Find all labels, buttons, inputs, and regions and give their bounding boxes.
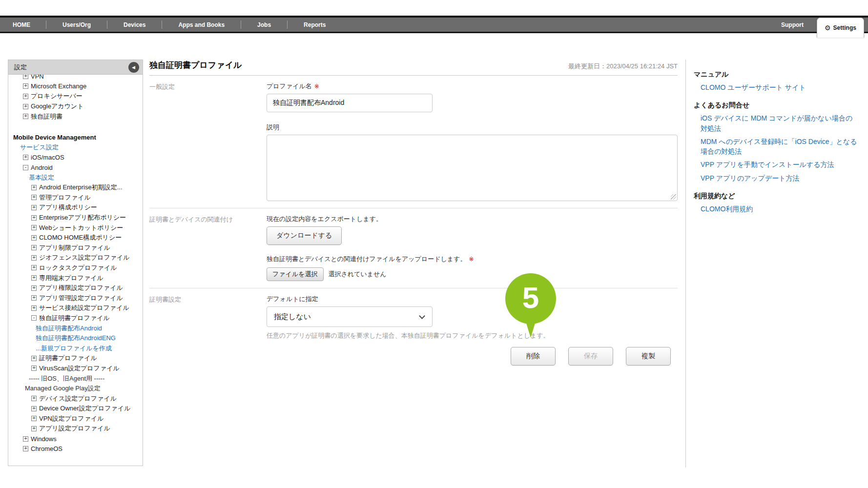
tree-item[interactable]: +アプリ設定プロファイル [8, 424, 143, 434]
minus-box-icon[interactable]: - [31, 315, 37, 321]
tree-item[interactable]: +iOS/macOS [8, 152, 143, 163]
plus-box-icon[interactable]: + [23, 155, 28, 160]
profile-name-label-row: プロファイル名※ [267, 82, 678, 91]
tree-item[interactable]: +アプリ構成ポリシー [8, 203, 143, 213]
tree-item-label: Windows [31, 435, 57, 443]
nav-item-users-org[interactable]: Users/Org [46, 21, 107, 28]
plus-box-icon[interactable]: + [31, 215, 37, 221]
help-link[interactable]: CLOMO利用規約 [694, 204, 859, 214]
plus-box-icon[interactable]: + [31, 305, 37, 311]
upload-text-row: 独自証明書とデバイスとの関連付けファイルをアップロードします。※ [267, 255, 678, 264]
tree-item[interactable]: +証明書プロファイル [8, 353, 143, 364]
default-select[interactable]: 指定しない [267, 306, 433, 327]
tree-item[interactable]: +サービス接続設定プロファイル [8, 303, 143, 313]
plus-box-icon[interactable]: + [23, 94, 28, 99]
tree-item-label: Android [31, 164, 53, 171]
section-label-cert-settings: 証明書設定 [149, 288, 267, 372]
tree-item[interactable]: +Windows [8, 434, 143, 444]
resize-grip[interactable] [671, 194, 676, 200]
nav-item-devices[interactable]: Devices [107, 21, 162, 28]
plus-box-icon[interactable]: + [23, 104, 28, 109]
tree-item[interactable]: +プロキシサーバー [8, 91, 143, 102]
help-link[interactable]: MDM へのデバイス登録時に「iOS Device」となる場合の対処法 [694, 137, 859, 157]
plus-box-icon[interactable]: + [31, 356, 37, 361]
tree-item[interactable]: +VirusScan設定プロファイル [8, 364, 143, 374]
help-link[interactable]: CLOMO ユーザーサポート サイト [694, 82, 859, 92]
tree-item[interactable]: +Android Enterprise初期設定... [8, 183, 143, 193]
tree-item-label: アプリ管理設定プロファイル [39, 294, 123, 303]
tree-item[interactable]: +管理プロファイル [8, 193, 143, 203]
tree-item[interactable]: +Googleアカウント [8, 102, 143, 112]
duplicate-button[interactable]: 複製 [626, 347, 671, 366]
tree-item[interactable]: +Enterpriseアプリ配布ポリシー [8, 213, 143, 223]
download-button[interactable]: ダウンロードする [267, 226, 342, 245]
file-select-button[interactable]: ファイルを選択 [267, 267, 324, 281]
tree-item[interactable]: -独自証明書プロファイル [8, 313, 143, 324]
plus-box-icon[interactable]: + [31, 185, 37, 190]
tree-item[interactable]: +アプリ制限プロファイル [8, 243, 143, 253]
tree-item-label: アプリ設定プロファイル [39, 424, 110, 433]
plus-box-icon[interactable]: + [23, 436, 28, 442]
tree-item[interactable]: +専用端末プロファイル [8, 273, 143, 283]
tree-item-label: ...新規プロファイルを作成 [36, 344, 112, 353]
plus-box-icon[interactable]: + [31, 245, 37, 250]
tree-item[interactable]: +独自証明書 [8, 111, 143, 122]
tree-item[interactable]: -Android [8, 163, 143, 173]
tree-item[interactable]: 基本設定 [8, 172, 143, 183]
profile-name-input[interactable] [267, 94, 433, 112]
tree-item[interactable]: +VPN設定プロファイル [8, 414, 143, 424]
tree-item[interactable]: サービス設定 [8, 142, 143, 153]
plus-box-icon[interactable]: + [23, 446, 28, 451]
collapse-sidebar-button[interactable]: ◀ [128, 62, 139, 73]
plus-box-icon[interactable]: + [31, 295, 37, 301]
description-textarea[interactable] [267, 135, 678, 201]
plus-box-icon[interactable]: + [31, 275, 37, 281]
tree-item[interactable]: +アプリ管理設定プロファイル [8, 293, 143, 303]
plus-box-icon[interactable]: + [31, 426, 37, 431]
tree-item[interactable]: +Webショートカットポリシー [8, 223, 143, 233]
nav-item-reports[interactable]: Reports [288, 21, 342, 28]
profile-name-label: プロファイル名 [267, 82, 312, 90]
tree-item[interactable]: +アプリ権限設定プロファイル [8, 283, 143, 293]
nav-item-support[interactable]: Support [781, 21, 804, 28]
tree-item-label: 独自証明書配布AndroidENG [36, 334, 116, 343]
last-updated-timestamp: 最終更新日：2023/04/25 16:21:24 JST [568, 62, 678, 71]
plus-box-icon[interactable]: + [23, 114, 28, 119]
tab-settings[interactable]: ⚙ Settings [817, 18, 864, 38]
plus-box-icon[interactable]: + [31, 396, 37, 401]
help-link[interactable]: VPP アプリのアップデート方法 [694, 173, 859, 183]
plus-box-icon[interactable]: + [31, 195, 37, 200]
tree-item[interactable]: +デバイス設定プロファイル [8, 393, 143, 404]
tree-item[interactable]: +Device Owner設定プロファイル [8, 404, 143, 414]
minus-box-icon[interactable]: - [23, 165, 28, 170]
help-header-terms: 利用規約など [694, 192, 859, 201]
plus-box-icon[interactable]: + [31, 205, 37, 210]
nav-item-home[interactable]: HOME [0, 21, 46, 28]
plus-box-icon[interactable]: + [31, 416, 37, 421]
nav-item-apps-and-books[interactable]: Apps and Books [162, 21, 241, 28]
tree-item[interactable]: ...新規プロファイルを作成 [8, 343, 143, 353]
nav-item-jobs[interactable]: Jobs [241, 21, 287, 28]
plus-box-icon[interactable]: + [31, 265, 37, 270]
plus-box-icon[interactable]: + [31, 255, 37, 261]
chevron-left-icon: ◀ [132, 65, 135, 70]
plus-box-icon[interactable]: + [31, 406, 37, 411]
tree-item[interactable]: 独自証明書配布AndroidENG [8, 333, 143, 344]
plus-box-icon[interactable]: + [31, 285, 37, 291]
tree-item[interactable]: +ロックタスクプロファイル [8, 263, 143, 273]
required-mark: ※ [469, 256, 474, 263]
plus-box-icon[interactable]: + [31, 225, 37, 230]
tree-item[interactable]: 独自証明書配布Android [8, 323, 143, 333]
tree-item[interactable]: +ChromeOS [8, 444, 143, 454]
help-link[interactable]: iOS デバイスに MDM コマンドが届かない場合の対処法 [694, 113, 859, 133]
plus-box-icon[interactable]: + [23, 83, 28, 89]
plus-box-icon[interactable]: + [31, 235, 37, 241]
delete-button[interactable]: 削除 [511, 347, 556, 366]
tree-item[interactable]: +ジオフェンス設定プロファイル [8, 253, 143, 263]
tree-item[interactable]: +CLOMO HOME構成ポリシー [8, 233, 143, 243]
save-button[interactable]: 保存 [568, 347, 613, 366]
page-title: 独自証明書プロファイル [149, 60, 242, 71]
tree-item[interactable]: +Microsoft Exchange [8, 81, 143, 92]
help-link[interactable]: VPP アプリを手動でインストールする方法 [694, 160, 859, 169]
plus-box-icon[interactable]: + [31, 366, 37, 371]
